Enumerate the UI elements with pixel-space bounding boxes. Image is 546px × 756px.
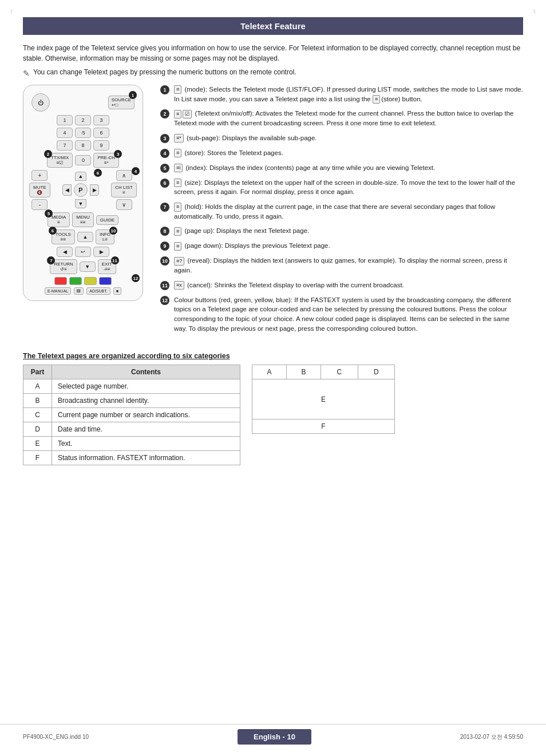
hash-btn[interactable]: ■ [113, 287, 121, 295]
btn-2[interactable]: 2 [75, 115, 91, 125]
blue-button[interactable] [99, 277, 112, 285]
badge-4: 4 [132, 167, 140, 175]
arrow-right-btn[interactable]: ▶ [93, 247, 109, 257]
btn-3[interactable]: 3 [93, 115, 109, 125]
badge-5: 5 [45, 209, 53, 217]
vol-up[interactable]: + [31, 170, 48, 181]
note-text: You can change Teletext pages by pressin… [33, 68, 296, 76]
note-line: ✎ You can change Teletext pages by press… [23, 68, 523, 78]
yellow-button[interactable] [84, 277, 97, 285]
instr-text-8: ≡ (page up): Displays the next Teletext … [174, 226, 309, 236]
instr-num-10: 10 [160, 256, 169, 266]
arrow-up-btn[interactable]: ▲ [77, 232, 93, 242]
table-row: E Text. [23, 437, 240, 451]
content-d: Date and time. [52, 422, 240, 437]
green-button[interactable] [69, 277, 82, 285]
instr-text-1: ≡ (mode): Selects the Teletext mode (LIS… [174, 85, 523, 104]
instr-text-2: ≡☑ (Teletext on/mix/off): Activates the … [174, 109, 523, 128]
instr-num-2: 2 [160, 109, 169, 118]
nav-pad: ▲ ▼ ◀ ▶ P 6 [62, 172, 99, 208]
instr-item-11: 11 ≡x (cancel): Shrinks the Teletext dis… [160, 280, 523, 290]
btn-5[interactable]: ·5 [75, 128, 91, 138]
pic-btn[interactable]: 🖼 [74, 287, 84, 295]
instr-num-9: 9 [160, 242, 169, 251]
instr-item-2: 2 ≡☑ (Teletext on/mix/off): Activates th… [160, 109, 523, 128]
instr-text-3: ≡* (sub-page): Displays the available su… [174, 133, 317, 143]
instr-text-12: Colour buttons (red, green, yellow, blue… [174, 295, 523, 334]
nav-up[interactable]: ▲ [75, 172, 86, 181]
arrow-center-btn[interactable]: ↩ [75, 247, 91, 257]
vol-down[interactable]: - [31, 199, 48, 210]
footer-date: 2013-02-07 오전 4:59:50 [460, 733, 523, 741]
red-button[interactable] [54, 277, 67, 285]
instr-item-10: 10 ≡? (reveal): Displays the hidden text… [160, 256, 523, 275]
return-exit-row: RETURN↺≡ 7 ▼ EXIT-≡≡ 11 [29, 259, 137, 274]
icon-store-inline: ≡ [373, 95, 380, 104]
instr-item-7: 7 ≡ (hold): Holds the display at the cur… [160, 202, 523, 221]
btn-9[interactable]: 9 [93, 140, 109, 151]
instr-item-5: 5 ≡i (index): Displays the index (conten… [160, 163, 523, 173]
badge-1: 1 [129, 91, 137, 99]
diag-d: D [358, 365, 394, 379]
color-buttons-row: 12 [29, 277, 137, 285]
nav-right[interactable]: ▶ [90, 184, 99, 196]
nav-enter[interactable]: P [74, 183, 88, 197]
diag-f-label: F [321, 422, 325, 430]
nav-left[interactable]: ◀ [62, 184, 72, 196]
instr-item-8: 8 ≡ (page up): Displays the next Teletex… [160, 226, 523, 236]
diag-e-label: E [321, 395, 326, 403]
mute-btn[interactable]: MUTE🔇 [29, 183, 50, 197]
instr-item-9: 9 ≡ (page down): Displays the previous T… [160, 241, 523, 251]
badge-6: 6 [94, 169, 102, 177]
btn-1[interactable]: 1 [57, 115, 73, 125]
guide-btn[interactable]: GUIDE [96, 215, 118, 225]
emanual-btn[interactable]: E-MANUAL [45, 287, 71, 295]
nav-down[interactable]: ▼ [75, 199, 86, 208]
instr-num-6: 6 [160, 179, 169, 188]
page-badge: English - 10 [238, 729, 311, 745]
instr-item-12: 12 Colour buttons (red, green, yellow, b… [160, 295, 523, 334]
icon-pagedown: ≡ [174, 242, 181, 251]
page-title: Teletext Feature [23, 17, 523, 35]
diag-e-cell: E [252, 379, 395, 419]
ch-up[interactable]: ∧ [116, 170, 132, 181]
part-e: E [23, 437, 52, 451]
instr-item-1: 1 ≡ (mode): Selects the Teletext mode (L… [160, 85, 523, 104]
note-icon: ✎ [23, 69, 30, 78]
power-button[interactable]: ⏻ [31, 93, 50, 112]
ch-down[interactable]: ∨ [116, 199, 132, 210]
badge-12: 12 [132, 274, 140, 282]
diag-a: A [252, 365, 287, 379]
diag-b: B [287, 365, 321, 379]
btn-7[interactable]: 7 [57, 140, 73, 151]
remote-control: ⏻ SOURCE↩□ 1 1 2 3 4 ·5 6 [23, 85, 143, 301]
adjsubst-btn[interactable]: AD/SUBT. [86, 287, 110, 295]
icon-hold: ≡ [174, 203, 181, 211]
table-row: F Status information. FASTEXT informatio… [23, 451, 240, 465]
btn-0[interactable]: 0 [75, 155, 91, 165]
content-e: Text. [52, 437, 240, 451]
content-f: Status information. FASTEXT information. [52, 451, 240, 465]
instr-item-4: 4 ≡ (store): Stores the Teletext pages. [160, 148, 523, 158]
diagram-header-row: A B C D [252, 365, 395, 379]
icon-reveal: ≡? [174, 257, 184, 266]
part-d: D [23, 422, 52, 437]
btn-4[interactable]: 4 [57, 128, 73, 138]
part-a: A [23, 379, 52, 394]
instr-text-10: ≡? (reveal): Displays the hidden text (a… [174, 256, 523, 275]
instr-num-8: 8 [160, 227, 169, 236]
small-buttons-row: E-MANUAL 🖼 AD/SUBT. ■ [29, 287, 137, 295]
instr-num-11: 11 [160, 281, 169, 290]
btn-6[interactable]: 6 [93, 128, 109, 138]
tools-info-row: TOOLS≡≡ 6 ▲ INFOt.≡ 10 [29, 229, 137, 244]
instructions-list: 1 ≡ (mode): Selects the Teletext mode (L… [160, 85, 523, 338]
btn-8[interactable]: 8 [75, 140, 91, 151]
ch-list-btn[interactable]: CH LIST≡ [111, 183, 137, 197]
menu-btn[interactable]: MENU≡≡ [72, 212, 94, 227]
arrow-left-btn[interactable]: ◀ [57, 247, 73, 257]
icon-cancel: ≡x [174, 281, 184, 290]
arrow-down-btn[interactable]: ▼ [80, 262, 96, 272]
instr-item-6: 6 ≡ (size): Displays the teletext on the… [160, 178, 523, 197]
numpad-row-1: 1 2 3 [29, 115, 137, 125]
content-b: Broadcasting channel identity. [52, 394, 240, 408]
